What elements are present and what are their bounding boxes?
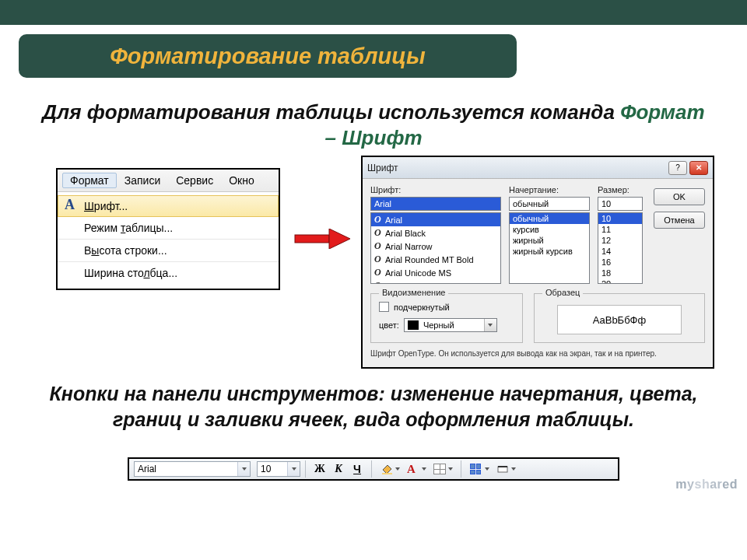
ok-button[interactable]: OK — [654, 188, 705, 205]
font-input[interactable]: Arial — [370, 197, 501, 211]
font-option[interactable]: OArial Narrow — [371, 240, 500, 253]
font-listbox[interactable]: OArial OArial Black OArial Narrow OArial… — [370, 212, 501, 284]
font-combo[interactable]: Arial — [134, 461, 251, 477]
gridlines-icon — [433, 464, 446, 474]
slide-title: Форматирование таблицы — [110, 44, 426, 69]
font-option[interactable]: OArno Pro — [371, 279, 500, 284]
color-combo[interactable]: Черный — [404, 318, 497, 332]
size-combo[interactable]: 10 — [257, 461, 300, 477]
style-option[interactable]: обычный — [510, 213, 589, 224]
size-listbox[interactable]: 10 11 12 14 16 18 20 — [598, 212, 643, 284]
special-effect-button[interactable] — [493, 460, 518, 478]
font-option[interactable]: OArial Black — [371, 226, 500, 240]
svg-marker-1 — [329, 229, 350, 249]
svg-rect-3 — [382, 473, 392, 474]
gridlines-color-button[interactable] — [430, 460, 455, 478]
size-input[interactable]: 10 — [598, 197, 643, 211]
dialog-title: Шрифт — [367, 163, 398, 173]
size-option[interactable]: 16 — [598, 257, 642, 268]
svg-rect-0 — [295, 235, 329, 243]
underline-checkbox[interactable] — [379, 302, 389, 312]
font-option[interactable]: OArial Unicode MS — [371, 266, 500, 279]
bold-button[interactable]: Ж — [311, 460, 328, 478]
grid-icon — [470, 464, 481, 474]
slide-title-box: Форматирование таблицы — [19, 34, 517, 78]
format-dropdown: A Шрифт... Режим таблицы... Высота строк… — [58, 192, 279, 289]
color-swatch-icon — [408, 320, 419, 330]
font-color-button[interactable]: A — [404, 460, 429, 478]
style-listbox[interactable]: обычный курсив жирный жирный курсив — [509, 212, 590, 284]
separator — [305, 460, 306, 478]
help-button[interactable]: ? — [668, 161, 687, 175]
effects-group: Видоизменение подчеркнутый цвет: Черный — [370, 293, 523, 343]
svg-marker-2 — [383, 465, 391, 474]
font-option[interactable]: OArial Rounded MT Bold — [371, 253, 500, 266]
italic-button[interactable]: К — [330, 460, 347, 478]
size-option[interactable]: 14 — [598, 246, 642, 257]
sample-preview: AaBbБбФф — [557, 305, 682, 334]
gridlines-button[interactable] — [467, 460, 492, 478]
chevron-down-icon — [287, 462, 300, 476]
formatting-toolbar: Arial 10 Ж К Ч A — [128, 457, 619, 481]
size-label: Размер: — [598, 185, 643, 194]
effects-legend: Видоизменение — [379, 288, 448, 297]
paint-bucket-icon — [381, 463, 393, 475]
underline-button[interactable]: Ч — [349, 460, 366, 478]
menu-item-column-width[interactable]: Ширина столбца... — [58, 262, 279, 284]
font-color-a-icon: A — [407, 463, 416, 476]
separator — [371, 460, 372, 478]
watermark: myshared — [675, 478, 738, 492]
menu-service[interactable]: Сервис — [168, 173, 221, 188]
style-option[interactable]: курсив — [510, 224, 589, 235]
style-label: Начертание: — [509, 185, 590, 194]
svg-rect-4 — [498, 467, 507, 472]
font-label: Шрифт: — [370, 185, 501, 194]
dialog-titlebar: Шрифт ? ✕ — [363, 157, 713, 179]
dialog-note: Шрифт OpenType. Он используется для выво… — [370, 349, 705, 359]
chevron-down-icon — [237, 462, 250, 476]
size-option[interactable]: 10 — [598, 213, 642, 224]
menu-item-datasheet[interactable]: Режим таблицы... — [58, 217, 279, 240]
menu-format[interactable]: Формат — [62, 173, 117, 188]
menu-item-row-height[interactable]: Высота строки... — [58, 240, 279, 262]
intro-text: Для форматирования таблицы используется … — [37, 100, 710, 150]
font-dialog: Шрифт ? ✕ OK Отмена Шрифт: Arial OArial … — [361, 156, 714, 369]
top-rule — [0, 25, 747, 30]
menu-window[interactable]: Окно — [221, 173, 262, 188]
style-option[interactable]: жирный — [510, 235, 589, 246]
menubar: Формат Записи Сервис Окно — [58, 170, 279, 192]
bottom-caption: Кнопки на панели инструментов: изменение… — [37, 381, 710, 432]
font-a-icon: A — [65, 197, 75, 213]
top-band — [0, 0, 747, 25]
red-arrow-icon — [294, 229, 350, 249]
separator — [461, 460, 461, 478]
size-option[interactable]: 20 — [598, 278, 642, 284]
effect-icon — [496, 463, 509, 475]
underline-label: подчеркнутый — [394, 303, 450, 312]
menu-records[interactable]: Записи — [117, 173, 168, 188]
size-option[interactable]: 12 — [598, 235, 642, 246]
sample-group: Образец AaBbБбФф — [534, 293, 705, 343]
color-label: цвет: — [379, 320, 399, 330]
chevron-down-icon — [484, 319, 496, 331]
sample-legend: Образец — [542, 288, 583, 297]
size-option[interactable]: 11 — [598, 224, 642, 235]
font-option[interactable]: OArial — [371, 213, 500, 226]
menu-item-font[interactable]: A Шрифт... — [58, 195, 279, 217]
window-buttons: ? ✕ — [668, 161, 708, 175]
size-option[interactable]: 18 — [598, 268, 642, 278]
cancel-button[interactable]: Отмена — [654, 212, 705, 229]
fill-color-button[interactable] — [377, 460, 402, 478]
close-button[interactable]: ✕ — [689, 161, 708, 175]
format-menu-screenshot: Формат Записи Сервис Окно A Шрифт... Реж… — [56, 168, 280, 290]
style-input[interactable]: обычный — [509, 197, 590, 211]
style-option[interactable]: жирный курсив — [510, 246, 589, 257]
